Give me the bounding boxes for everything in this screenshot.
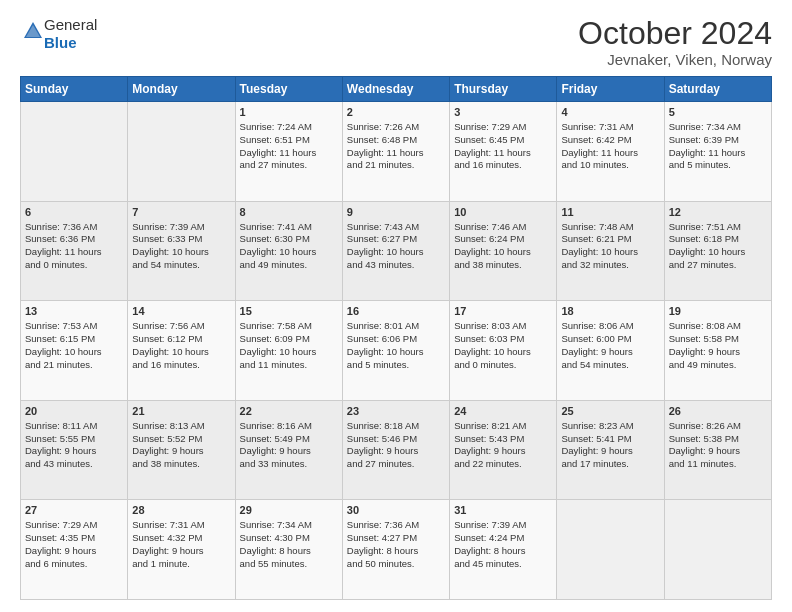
logo: General Blue <box>20 16 97 52</box>
day-info-line: Sunset: 5:46 PM <box>347 433 445 446</box>
day-info-line: Daylight: 11 hours <box>240 147 338 160</box>
day-number: 7 <box>132 205 230 220</box>
day-info-line: and 21 minutes. <box>25 359 123 372</box>
day-number: 14 <box>132 304 230 319</box>
day-info-line: Daylight: 10 hours <box>240 246 338 259</box>
calendar-cell: 16Sunrise: 8:01 AMSunset: 6:06 PMDayligh… <box>342 301 449 401</box>
calendar-cell <box>664 500 771 600</box>
day-info-line: Sunrise: 8:23 AM <box>561 420 659 433</box>
day-info-line: Sunrise: 7:34 AM <box>669 121 767 134</box>
calendar-week-5: 27Sunrise: 7:29 AMSunset: 4:35 PMDayligh… <box>21 500 772 600</box>
day-info-line: Sunset: 6:00 PM <box>561 333 659 346</box>
day-info-line: Sunset: 6:39 PM <box>669 134 767 147</box>
day-info-line: Sunset: 5:58 PM <box>669 333 767 346</box>
calendar-cell: 18Sunrise: 8:06 AMSunset: 6:00 PMDayligh… <box>557 301 664 401</box>
day-number: 11 <box>561 205 659 220</box>
day-info-line: Sunset: 6:27 PM <box>347 233 445 246</box>
day-number: 19 <box>669 304 767 319</box>
calendar-cell: 23Sunrise: 8:18 AMSunset: 5:46 PMDayligh… <box>342 400 449 500</box>
day-info-line: and 32 minutes. <box>561 259 659 272</box>
calendar-cell: 1Sunrise: 7:24 AMSunset: 6:51 PMDaylight… <box>235 102 342 202</box>
day-info-line: Sunset: 6:21 PM <box>561 233 659 246</box>
calendar-cell: 28Sunrise: 7:31 AMSunset: 4:32 PMDayligh… <box>128 500 235 600</box>
day-info-line: Sunset: 6:24 PM <box>454 233 552 246</box>
calendar-cell <box>21 102 128 202</box>
calendar-cell: 19Sunrise: 8:08 AMSunset: 5:58 PMDayligh… <box>664 301 771 401</box>
day-info-line: Sunrise: 7:39 AM <box>454 519 552 532</box>
day-info-line: and 22 minutes. <box>454 458 552 471</box>
calendar-cell: 26Sunrise: 8:26 AMSunset: 5:38 PMDayligh… <box>664 400 771 500</box>
calendar-header-row: SundayMondayTuesdayWednesdayThursdayFrid… <box>21 77 772 102</box>
day-info-line: Sunset: 4:30 PM <box>240 532 338 545</box>
day-header-monday: Monday <box>128 77 235 102</box>
day-info-line: Daylight: 11 hours <box>669 147 767 160</box>
day-info-line: and 11 minutes. <box>669 458 767 471</box>
day-info-line: Sunset: 4:24 PM <box>454 532 552 545</box>
day-info-line: and 5 minutes. <box>347 359 445 372</box>
day-info-line: and 21 minutes. <box>347 159 445 172</box>
day-info-line: Sunrise: 7:53 AM <box>25 320 123 333</box>
day-info-line: and 43 minutes. <box>347 259 445 272</box>
day-info-line: Sunrise: 7:36 AM <box>25 221 123 234</box>
day-info-line: Sunrise: 7:31 AM <box>132 519 230 532</box>
calendar-week-3: 13Sunrise: 7:53 AMSunset: 6:15 PMDayligh… <box>21 301 772 401</box>
day-header-thursday: Thursday <box>450 77 557 102</box>
calendar-cell: 25Sunrise: 8:23 AMSunset: 5:41 PMDayligh… <box>557 400 664 500</box>
day-info-line: Sunrise: 7:34 AM <box>240 519 338 532</box>
day-info-line: and 49 minutes. <box>240 259 338 272</box>
day-number: 4 <box>561 105 659 120</box>
day-header-wednesday: Wednesday <box>342 77 449 102</box>
day-info-line: and 27 minutes. <box>669 259 767 272</box>
calendar-cell: 12Sunrise: 7:51 AMSunset: 6:18 PMDayligh… <box>664 201 771 301</box>
day-info-line: Sunset: 4:27 PM <box>347 532 445 545</box>
day-number: 3 <box>454 105 552 120</box>
day-number: 29 <box>240 503 338 518</box>
day-info-line: Sunrise: 7:58 AM <box>240 320 338 333</box>
day-info-line: and 55 minutes. <box>240 558 338 571</box>
day-info-line: Sunrise: 8:21 AM <box>454 420 552 433</box>
day-info-line: Sunrise: 7:39 AM <box>132 221 230 234</box>
day-info-line: and 45 minutes. <box>454 558 552 571</box>
day-number: 28 <box>132 503 230 518</box>
logo-icon <box>22 17 44 45</box>
day-info-line: Daylight: 11 hours <box>25 246 123 259</box>
day-number: 16 <box>347 304 445 319</box>
calendar-cell: 14Sunrise: 7:56 AMSunset: 6:12 PMDayligh… <box>128 301 235 401</box>
day-info-line: Daylight: 8 hours <box>347 545 445 558</box>
day-info-line: and 0 minutes. <box>454 359 552 372</box>
day-info-line: Sunrise: 8:13 AM <box>132 420 230 433</box>
day-info-line: and 38 minutes. <box>132 458 230 471</box>
day-number: 6 <box>25 205 123 220</box>
day-info-line: Sunset: 6:51 PM <box>240 134 338 147</box>
day-info-line: Sunrise: 8:01 AM <box>347 320 445 333</box>
day-info-line: Daylight: 9 hours <box>132 445 230 458</box>
day-info-line: Sunrise: 8:03 AM <box>454 320 552 333</box>
day-info-line: Sunrise: 7:26 AM <box>347 121 445 134</box>
day-info-line: and 1 minute. <box>132 558 230 571</box>
day-info-line: Sunset: 5:38 PM <box>669 433 767 446</box>
day-info-line: Daylight: 9 hours <box>25 445 123 458</box>
day-number: 12 <box>669 205 767 220</box>
day-info-line: and 16 minutes. <box>454 159 552 172</box>
day-info-line: Daylight: 9 hours <box>561 445 659 458</box>
day-info-line: Sunrise: 8:18 AM <box>347 420 445 433</box>
day-info-line: Daylight: 10 hours <box>25 346 123 359</box>
day-info-line: Sunrise: 8:26 AM <box>669 420 767 433</box>
day-header-tuesday: Tuesday <box>235 77 342 102</box>
day-info-line: Daylight: 9 hours <box>669 346 767 359</box>
day-header-sunday: Sunday <box>21 77 128 102</box>
day-info-line: Daylight: 10 hours <box>454 246 552 259</box>
day-info-line: Daylight: 10 hours <box>454 346 552 359</box>
calendar-cell: 29Sunrise: 7:34 AMSunset: 4:30 PMDayligh… <box>235 500 342 600</box>
title-block: October 2024 Jevnaker, Viken, Norway <box>578 16 772 68</box>
day-info-line: Sunrise: 7:41 AM <box>240 221 338 234</box>
day-info-line: Daylight: 11 hours <box>561 147 659 160</box>
day-info-line: Daylight: 8 hours <box>454 545 552 558</box>
day-number: 10 <box>454 205 552 220</box>
calendar-cell: 2Sunrise: 7:26 AMSunset: 6:48 PMDaylight… <box>342 102 449 202</box>
day-info-line: Sunset: 6:18 PM <box>669 233 767 246</box>
day-info-line: Daylight: 9 hours <box>25 545 123 558</box>
day-info-line: Sunset: 6:36 PM <box>25 233 123 246</box>
day-info-line: Sunset: 5:52 PM <box>132 433 230 446</box>
day-number: 2 <box>347 105 445 120</box>
